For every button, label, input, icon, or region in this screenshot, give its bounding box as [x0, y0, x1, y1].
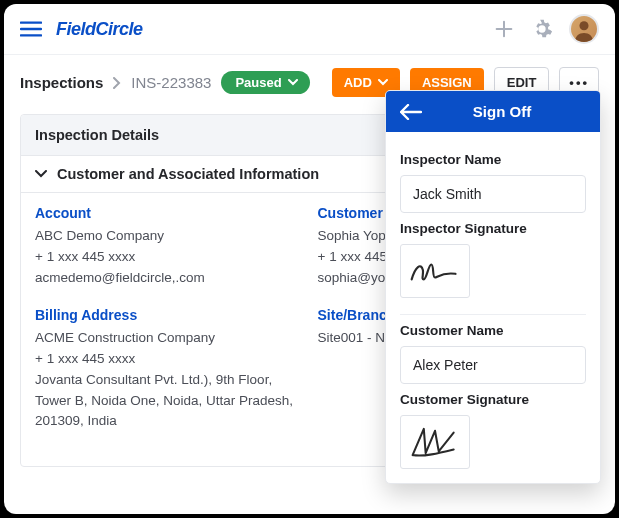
breadcrumb-id: INS-223383 [131, 74, 211, 91]
account-label: Account [35, 205, 302, 221]
inspector-signature-box[interactable] [400, 244, 470, 298]
chevron-right-icon [113, 77, 121, 89]
status-badge[interactable]: Paused [221, 71, 309, 94]
billing-block: Billing Address ACME Construction Compan… [35, 307, 302, 433]
billing-line3: Jovanta Consultant Pvt. Ltd.), 9th Floor… [35, 370, 295, 433]
chevron-down-icon [35, 170, 47, 178]
section-title: Customer and Associated Information [57, 166, 319, 182]
account-block: Account ABC Demo Company + 1 xxx 445 xxx… [35, 205, 302, 289]
gear-icon[interactable] [531, 18, 553, 40]
chevron-down-icon [288, 79, 298, 86]
chevron-down-icon [378, 79, 388, 86]
svg-point-0 [579, 21, 588, 30]
avatar[interactable] [569, 14, 599, 44]
account-name: ABC Demo Company [35, 226, 302, 247]
add-button-label: ADD [344, 75, 372, 90]
billing-line2: + 1 xxx 445 xxxx [35, 349, 302, 370]
signature-icon [407, 422, 463, 462]
signoff-panel: Sign Off Inspector Name Inspector Signat… [385, 90, 601, 484]
brand-logo: FieldCircle [56, 19, 143, 40]
customer-signature-box[interactable] [400, 415, 470, 469]
billing-line1: ACME Construction Company [35, 328, 302, 349]
signoff-title: Sign Off [418, 103, 586, 120]
status-text: Paused [235, 75, 281, 90]
inspector-name-input[interactable] [400, 175, 586, 213]
customer-name-label: Customer Name [400, 323, 586, 338]
customer-signature-label: Customer Signature [400, 392, 586, 407]
inspector-signature-label: Inspector Signature [400, 221, 586, 236]
customer-name-input[interactable] [400, 346, 586, 384]
divider [400, 314, 586, 315]
account-phone: + 1 xxx 445 xxxx [35, 247, 302, 268]
billing-label: Billing Address [35, 307, 302, 323]
account-email: acmedemo@fieldcircle,.com [35, 268, 302, 289]
signature-icon [407, 252, 463, 290]
plus-icon[interactable] [493, 18, 515, 40]
breadcrumb-root[interactable]: Inspections [20, 74, 103, 91]
inspector-name-label: Inspector Name [400, 152, 586, 167]
hamburger-icon[interactable] [20, 20, 42, 38]
